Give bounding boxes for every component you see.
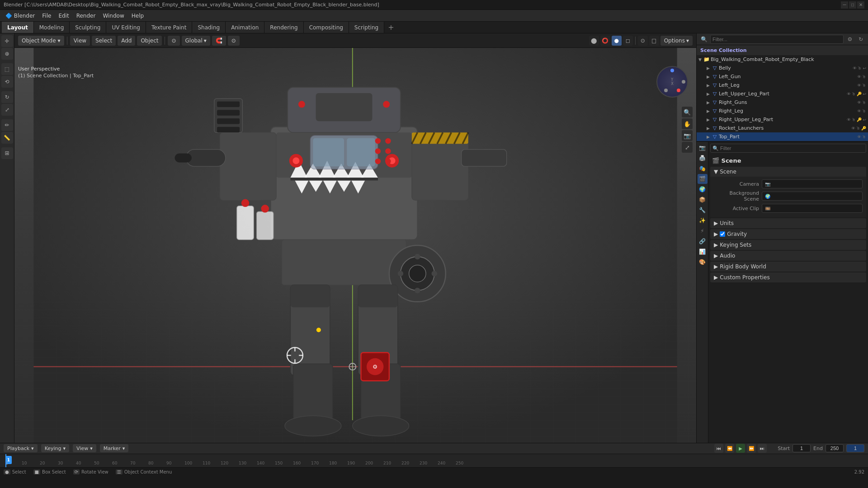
props-scene-btn[interactable]: 🎬 <box>698 174 708 184</box>
viewport-shading-wireframe[interactable]: ◻ <box>623 36 633 46</box>
outliner-icon[interactable]: 🔍 <box>699 35 708 44</box>
timeline-play-btn[interactable]: ▶ <box>736 444 745 453</box>
overlay-btn[interactable]: ⊙ <box>638 36 648 46</box>
cursor-tool[interactable]: ✛ <box>1 35 13 47</box>
annotate-tool[interactable]: ✏️ <box>1 119 13 131</box>
zoom-extents-btn[interactable]: ⤢ <box>682 142 693 153</box>
outliner-item-left-upper-leg[interactable]: ▶ ▽ Left_Upper_Leg_Part 👁 🖱 🔑 ↩ <box>697 89 868 98</box>
tab-compositing[interactable]: Compositing <box>304 22 349 33</box>
navigation-cube[interactable]: YX <box>656 66 693 102</box>
camera-btn[interactable]: 📷 <box>682 130 693 141</box>
outliner-item-right-leg[interactable]: ▶ ▽ Right_Leg 👁 🖱 <box>697 107 868 115</box>
tab-modeling[interactable]: Modeling <box>34 22 70 33</box>
snap-toggle[interactable]: 🧲 <box>212 36 226 46</box>
gravity-checkbox[interactable] <box>720 231 725 237</box>
props-object-btn[interactable]: 📦 <box>698 195 708 205</box>
props-data-btn[interactable]: 📊 <box>698 247 708 257</box>
bg-scene-value[interactable]: 🌍 <box>762 192 863 201</box>
outliner-filter-btn[interactable]: ⚙ <box>845 35 854 44</box>
timeline-prev-btn[interactable]: ⏪ <box>725 444 734 453</box>
tab-texture-paint[interactable]: Texture Paint <box>146 22 192 33</box>
outliner-search-input[interactable] <box>710 35 844 44</box>
timeline-playback-btn[interactable]: Playback ▾ <box>4 444 38 452</box>
timeline-view-btn[interactable]: View ▾ <box>73 444 96 452</box>
audio-section-header[interactable]: ▶ Audio <box>710 251 866 261</box>
viewport-shading-solid[interactable]: ⬤ <box>589 36 599 46</box>
tab-scripting[interactable]: Scripting <box>349 22 384 33</box>
active-clip-value[interactable]: 🎞️ <box>762 204 863 213</box>
current-frame-input[interactable] <box>846 444 864 452</box>
outliner-item-right-upper-leg[interactable]: ▶ ▽ Right_Upper_Leg_Part 👁 🖱 🔑 ↩ <box>697 115 868 124</box>
transform-orientation[interactable]: Global ▾ <box>182 36 210 46</box>
move-tool[interactable]: ⊕ <box>1 48 13 60</box>
outliner-sync-btn[interactable]: ↻ <box>856 35 865 44</box>
add-tool[interactable]: ⊞ <box>1 147 13 159</box>
file-menu[interactable]: File <box>38 11 55 21</box>
props-render-btn[interactable]: 📷 <box>698 143 708 153</box>
outliner-item-rocket-launchers[interactable]: ▶ ▽ Rocket_Launchers 👁 🖱 🔑 <box>697 124 868 132</box>
cube-face[interactable]: YX <box>656 66 688 98</box>
viewport-shading-rendered[interactable]: ● <box>612 36 622 46</box>
props-physics-btn[interactable]: ⚡ <box>698 226 708 236</box>
object-mode-dropdown[interactable]: Object Mode ▾ <box>18 36 64 46</box>
xray-btn[interactable]: □ <box>649 36 659 46</box>
outliner-item-belly[interactable]: ▶ ▽ Belly 👁 🖱 ↩ <box>697 64 868 72</box>
rotate-tool[interactable]: ↻ <box>1 91 13 103</box>
options-btn[interactable]: Options ▾ <box>660 36 693 46</box>
props-constraints-btn[interactable]: 🔗 <box>698 236 708 246</box>
timeline-keying-btn[interactable]: Keying ▾ <box>41 444 69 452</box>
viewport-canvas[interactable]: ⚙ <box>14 48 696 443</box>
tab-shading[interactable]: Shading <box>192 22 226 33</box>
timeline-marker-btn[interactable]: Marker ▾ <box>100 444 129 452</box>
units-section-header[interactable]: ▶ Units <box>710 218 866 228</box>
object-menu-btn[interactable]: Object <box>137 36 162 46</box>
outliner-item-left-leg[interactable]: ▶ ▽ Left_Leg 👁 🖱 <box>697 81 868 89</box>
camera-value[interactable]: 📷 <box>762 179 863 188</box>
select-box-tool[interactable]: ⬚ <box>1 63 13 75</box>
props-particles-btn[interactable]: ✨ <box>698 216 708 225</box>
outliner-item-right-guns[interactable]: ▶ ▽ Right_Guns 👁 🖱 <box>697 98 868 107</box>
timeline-last-btn[interactable]: ⏭ <box>758 444 767 453</box>
add-workspace-button[interactable]: + <box>384 22 397 33</box>
minimize-button[interactable]: ─ <box>841 1 848 9</box>
props-modifier-btn[interactable]: 🔧 <box>698 205 708 215</box>
outliner-scene-collection[interactable]: ▼ 📁 Big_Walking_Combat_Robot_Empty_Black <box>697 55 868 64</box>
tab-layout[interactable]: Layout <box>2 22 34 33</box>
gravity-section-header[interactable]: ▶ Gravity <box>710 229 866 239</box>
help-menu[interactable]: Help <box>128 11 147 21</box>
props-world-btn[interactable]: 🌍 <box>698 184 708 194</box>
measure-tool[interactable]: 📏 <box>1 132 13 144</box>
edit-menu[interactable]: Edit <box>55 11 72 21</box>
blender-menu[interactable]: 🔷 Blender <box>2 11 38 21</box>
timeline-ruler[interactable]: 1 1 10 20 30 40 50 60 70 80 90 100 110 1… <box>0 454 868 467</box>
tab-animation[interactable]: Animation <box>226 22 264 33</box>
scene-section-header[interactable]: ▼ Scene <box>710 167 866 177</box>
view-menu-btn[interactable]: View <box>70 36 90 46</box>
keying-sets-header[interactable]: ▶ Keying Sets <box>710 240 866 250</box>
tab-uv-editing[interactable]: UV Editing <box>106 22 146 33</box>
outliner-item-left-gun[interactable]: ▶ ▽ Left_Gun 👁 🖱 <box>697 72 868 81</box>
viewport[interactable]: Object Mode ▾ View Select Add Object ⊙ G… <box>14 33 696 443</box>
viewport-shading-material[interactable]: ⭕ <box>600 36 610 46</box>
transform-pivot[interactable]: ⊙ <box>168 36 179 46</box>
props-view-layer-btn[interactable]: 🎭 <box>698 164 708 174</box>
rigid-body-world-header[interactable]: ▶ Rigid Body World <box>710 262 866 272</box>
tab-sculpting[interactable]: Sculpting <box>70 22 106 33</box>
window-menu[interactable]: Window <box>99 11 127 21</box>
scale-tool[interactable]: ⤢ <box>1 104 13 116</box>
render-menu[interactable]: Render <box>73 11 99 21</box>
timeline-next-btn[interactable]: ⏩ <box>747 444 756 453</box>
custom-properties-header[interactable]: ▶ Custom Properties <box>710 272 866 282</box>
pan-btn[interactable]: ✋ <box>682 118 693 129</box>
select-menu-btn[interactable]: Select <box>92 36 116 46</box>
end-frame-input[interactable] <box>826 444 844 452</box>
outliner-item-top-part[interactable]: ▶ ▽ Top_Part 👁 🖱 <box>697 132 868 141</box>
props-material-btn[interactable]: 🎨 <box>698 257 708 267</box>
start-frame-input[interactable] <box>793 444 811 452</box>
tab-rendering[interactable]: Rendering <box>264 22 303 33</box>
props-output-btn[interactable]: 🖨️ <box>698 153 708 163</box>
transform-tool[interactable]: ⟲ <box>1 76 13 88</box>
maximize-button[interactable]: □ <box>849 1 856 9</box>
timeline-first-btn[interactable]: ⏮ <box>714 444 723 453</box>
zoom-in-btn[interactable]: 🔍 <box>682 107 693 117</box>
